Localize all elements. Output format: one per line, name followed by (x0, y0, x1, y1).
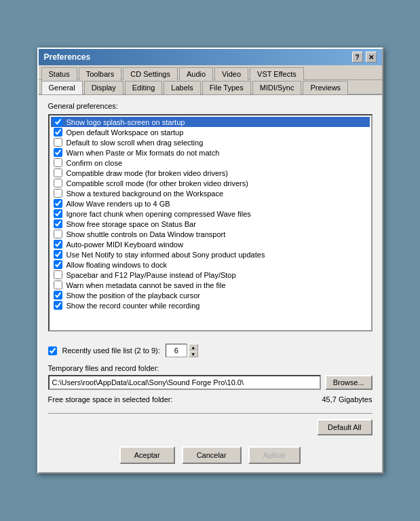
tab2-editing[interactable]: Editing (125, 81, 163, 94)
pref-checkbox-14[interactable] (54, 260, 62, 269)
pref-item-7[interactable]: Show a textured background on the Worksp… (51, 188, 370, 198)
pref-checkbox-5[interactable] (54, 168, 62, 177)
pref-item-10[interactable]: Show free storage space on Status Bar (51, 219, 370, 229)
pref-checkbox-18[interactable] (54, 301, 62, 310)
pref-item-4[interactable]: Confirm on close (51, 158, 370, 168)
default-all-button[interactable]: Default All (317, 419, 373, 435)
pref-checkbox-3[interactable] (54, 148, 62, 157)
pref-label-9: Ignore fact chunk when opening compresse… (66, 210, 251, 218)
tab2-file-types[interactable]: File Types (202, 81, 251, 94)
content-area: General preferences: Show logo splash-sc… (39, 95, 382, 338)
divider (48, 413, 373, 414)
preferences-list[interactable]: Show logo splash-screen on startupOpen d… (48, 114, 373, 331)
recently-used-value[interactable] (166, 344, 187, 357)
pref-checkbox-6[interactable] (54, 179, 62, 187)
pref-label-17: Show the position of the playback cursor (66, 291, 201, 300)
action-row: Default All (48, 419, 373, 435)
pref-checkbox-15[interactable] (54, 270, 62, 279)
bottom-buttons: Aceptar Cancelar Aplicar (39, 441, 382, 472)
pref-item-5[interactable]: Compatible draw mode (for broken video d… (51, 168, 370, 178)
pref-label-16: Warn when metadata cannot be saved in th… (66, 281, 226, 289)
tab2-general[interactable]: General (41, 81, 83, 94)
pref-item-13[interactable]: Use Net Notify to stay informed about So… (51, 249, 370, 259)
pref-item-15[interactable]: Spacebar and F12 Play/Pause instead of P… (51, 270, 370, 280)
pref-label-11: Show shuttle controls on Data Window tra… (66, 230, 226, 238)
pref-label-1: Open default Workspace on startup (66, 128, 184, 137)
pref-item-6[interactable]: Compatible scroll mode (for other broken… (51, 178, 370, 188)
pref-label-15: Spacebar and F12 Play/Pause instead of P… (66, 271, 236, 279)
pref-label-8: Allow Wave renders up to 4 GB (66, 200, 170, 208)
pref-checkbox-17[interactable] (54, 291, 62, 300)
pref-item-18[interactable]: Show the record counter while recording (51, 300, 370, 310)
cancelar-button[interactable]: Cancelar (182, 446, 242, 464)
pref-checkbox-2[interactable] (54, 138, 62, 147)
pref-checkbox-16[interactable] (54, 281, 62, 289)
pref-checkbox-12[interactable] (54, 240, 62, 249)
pref-label-3: Warn when Paste or Mix formats do not ma… (66, 149, 220, 157)
pref-checkbox-9[interactable] (54, 209, 62, 218)
storage-row: Free storage space in selected folder: 4… (48, 395, 373, 403)
recently-used-label: Recently used file list (2 to 9): (62, 346, 160, 355)
tab-video[interactable]: Video (214, 67, 248, 80)
temp-folder-label: Temporary files and record folder: (48, 364, 373, 372)
pref-label-5: Compatible draw mode (for broken video d… (66, 169, 228, 177)
pref-label-0: Show logo splash-screen on startup (66, 118, 185, 126)
pref-label-2: Default to slow scroll when drag selecti… (66, 139, 204, 147)
temp-folder-input[interactable] (48, 375, 321, 390)
pref-label-13: Use Net Notify to stay informed about So… (66, 251, 265, 259)
storage-label: Free storage space in selected folder: (48, 395, 173, 403)
pref-item-14[interactable]: Allow floating windows to dock (51, 259, 370, 270)
aceptar-button[interactable]: Aceptar (119, 446, 175, 464)
tab2-display[interactable]: Display (84, 81, 123, 94)
tab-vst-effects[interactable]: VST Effects (250, 67, 304, 80)
title-bar-buttons: ? ✕ (352, 52, 377, 62)
pref-label-4: Confirm on close (66, 159, 123, 167)
recently-used-checkbox[interactable] (48, 346, 57, 355)
pref-label-12: Auto-power MIDI Keyboard window (66, 240, 183, 249)
storage-value: 45,7 Gigabytes (322, 395, 373, 403)
tab2-previews[interactable]: Previews (303, 81, 348, 94)
pref-item-9[interactable]: Ignore fact chunk when opening compresse… (51, 209, 370, 219)
tab-toolbars[interactable]: Toolbars (79, 67, 122, 80)
tab2-midi/sync[interactable]: MIDI/Sync (252, 81, 302, 94)
spinner-up-button[interactable]: ▲ (189, 344, 198, 351)
pref-label-14: Allow floating windows to dock (66, 261, 168, 269)
tab-row-1: StatusToolbarsCD SettingsAudioVideoVST E… (39, 65, 382, 80)
pref-checkbox-10[interactable] (54, 219, 62, 228)
section-label: General preferences: (48, 102, 373, 110)
pref-item-16[interactable]: Warn when metadata cannot be saved in th… (51, 280, 370, 290)
tab-audio[interactable]: Audio (179, 67, 213, 80)
pref-checkbox-11[interactable] (54, 230, 62, 238)
preferences-dialog: Preferences ? ✕ StatusToolbarsCD Setting… (37, 48, 383, 473)
pref-item-11[interactable]: Show shuttle controls on Data Window tra… (51, 229, 370, 239)
aplicar-button[interactable]: Aplicar (248, 446, 301, 464)
folder-row: Browse... (48, 375, 373, 390)
pref-checkbox-8[interactable] (54, 199, 62, 208)
pref-item-12[interactable]: Auto-power MIDI Keyboard window (51, 239, 370, 249)
help-button[interactable]: ? (352, 52, 363, 62)
close-button[interactable]: ✕ (366, 52, 377, 62)
tab2-labels[interactable]: Labels (164, 81, 200, 94)
tab-row-2: GeneralDisplayEditingLabelsFile TypesMID… (39, 80, 382, 95)
tab-status[interactable]: Status (41, 67, 77, 80)
pref-checkbox-7[interactable] (54, 189, 62, 198)
pref-checkbox-13[interactable] (54, 250, 62, 259)
spinner-buttons: ▲ ▼ (189, 344, 198, 357)
pref-checkbox-0[interactable] (54, 118, 62, 126)
spinner-down-button[interactable]: ▼ (189, 351, 198, 357)
pref-item-8[interactable]: Allow Wave renders up to 4 GB (51, 198, 370, 209)
title-bar: Preferences ? ✕ (39, 49, 382, 65)
pref-item-1[interactable]: Open default Workspace on startup (51, 127, 370, 137)
pref-checkbox-1[interactable] (54, 128, 62, 137)
pref-item-17[interactable]: Show the position of the playback cursor (51, 290, 370, 300)
pref-item-0[interactable]: Show logo splash-screen on startup (51, 117, 370, 127)
dialog-title: Preferences (44, 52, 91, 62)
bottom-section: Recently used file list (2 to 9): ▲ ▼ Te… (39, 338, 382, 441)
recent-used-row: Recently used file list (2 to 9): ▲ ▼ (48, 344, 373, 357)
pref-item-2[interactable]: Default to slow scroll when drag selecti… (51, 137, 370, 147)
pref-checkbox-4[interactable] (54, 158, 62, 167)
tab-cd-settings[interactable]: CD Settings (123, 67, 178, 80)
pref-label-10: Show free storage space on Status Bar (66, 220, 196, 228)
pref-item-3[interactable]: Warn when Paste or Mix formats do not ma… (51, 147, 370, 158)
browse-button[interactable]: Browse... (325, 375, 373, 390)
